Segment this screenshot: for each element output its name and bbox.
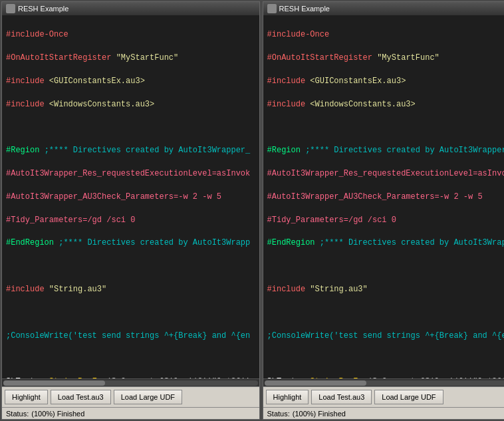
load-large-button-left[interactable]: Load Large UDF bbox=[114, 390, 182, 404]
scrollbar-thumb-left[interactable] bbox=[3, 380, 105, 386]
status-label-left: Status: bbox=[6, 410, 29, 418]
window-right: RESH Example #include-Once #OnAutoItStar… bbox=[263, 1, 504, 420]
toolbar-left: Highlight Load Test.au3 Load Large UDF bbox=[2, 386, 259, 407]
load-large-button-right[interactable]: Load Large UDF bbox=[374, 390, 443, 404]
scrollbar-track-right[interactable] bbox=[265, 380, 504, 386]
scrollbar-h-right[interactable] bbox=[263, 378, 504, 386]
code-left: #include-Once #OnAutoItStartRegister "My… bbox=[2, 15, 259, 378]
load-test-button-right[interactable]: Load Test.au3 bbox=[311, 390, 372, 404]
load-test-button-left[interactable]: Load Test.au3 bbox=[51, 390, 111, 404]
code-right: #include-Once #OnAutoItStartRegister "My… bbox=[263, 15, 504, 378]
status-bar-right: Status: (100%) Finished bbox=[263, 407, 504, 419]
scrollbar-thumb-right[interactable] bbox=[265, 380, 366, 386]
editor-left[interactable]: #include-Once #OnAutoItStartRegister "My… bbox=[2, 15, 259, 378]
scrollbar-h-left[interactable] bbox=[2, 378, 259, 386]
title-left: RESH Example bbox=[18, 5, 68, 13]
title-right: RESH Example bbox=[279, 5, 330, 13]
highlight-button-left[interactable]: Highlight bbox=[5, 390, 48, 404]
window-icon-left bbox=[6, 4, 15, 13]
scrollbar-track-left[interactable] bbox=[3, 380, 258, 386]
editor-right[interactable]: #include-Once #OnAutoItStartRegister "My… bbox=[263, 15, 504, 378]
highlight-button-right[interactable]: Highlight bbox=[266, 390, 309, 404]
title-bar-right: RESH Example bbox=[263, 2, 504, 15]
status-value-left: (100%) Finished bbox=[31, 410, 84, 418]
toolbar-right: Highlight Load Test.au3 Load Large UDF bbox=[263, 386, 504, 407]
status-bar-left: Status: (100%) Finished bbox=[2, 407, 259, 419]
window-left: RESH Example #include-Once #OnAutoItStar… bbox=[1, 1, 260, 420]
title-bar-left: RESH Example bbox=[2, 2, 259, 15]
status-value-right: (100%) Finished bbox=[293, 410, 346, 418]
status-label-right: Status: bbox=[267, 410, 290, 418]
window-icon-right bbox=[267, 4, 277, 13]
